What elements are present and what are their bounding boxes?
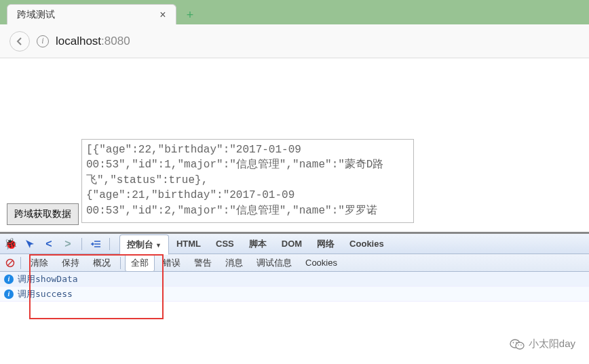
devtools-panel: 🐞 < > 控制台▼ HTML CSS 脚本 DOM 网络 Cookies 清除… — [0, 232, 589, 364]
watermark-text: 小太阳day — [529, 338, 575, 350]
svg-point-3 — [512, 342, 514, 343]
firebug-icon[interactable]: 🐞 — [4, 237, 18, 251]
sub-persist[interactable]: 保持 — [56, 255, 85, 271]
watermark: 小太阳day — [510, 338, 575, 350]
sub-warnings[interactable]: 警告 — [189, 255, 217, 271]
tab-html[interactable]: HTML — [169, 235, 208, 253]
tab-script[interactable]: 脚本 — [242, 234, 274, 254]
chevron-down-icon: ▼ — [155, 242, 162, 249]
wechat-icon — [510, 338, 525, 350]
devtools-tabs: 控制台▼ HTML CSS 脚本 DOM 网络 Cookies — [119, 234, 392, 254]
arrow-left-icon — [15, 37, 24, 46]
sub-cookies[interactable]: Cookies — [300, 256, 343, 270]
step-icon[interactable] — [89, 237, 102, 251]
info-icon: i — [4, 289, 14, 299]
devtools-toolbar: 🐞 < > 控制台▼ HTML CSS 脚本 DOM 网络 Cookies — [0, 234, 589, 254]
clear-console-icon[interactable] — [4, 257, 16, 269]
tab-title: 跨域测试 — [17, 9, 157, 21]
nav-back-icon[interactable]: < — [42, 237, 56, 251]
url-host: localhost — [56, 35, 101, 47]
info-icon: i — [4, 275, 14, 284]
console-subbar: 清除 保持 概况 全部 错误 警告 消息 调试信息 Cookies — [0, 254, 589, 272]
console-output: i 调用showData i 调用success — [0, 272, 589, 302]
tab-console[interactable]: 控制台▼ — [119, 235, 169, 255]
url-display[interactable]: localhost:8080 — [56, 35, 130, 48]
tab-strip: 跨域测试 × + — [0, 0, 589, 24]
response-textarea[interactable] — [81, 139, 414, 223]
close-icon[interactable]: × — [157, 9, 169, 21]
sub-errors[interactable]: 错误 — [157, 255, 186, 271]
address-bar: i localhost:8080 — [0, 24, 589, 58]
tab-net[interactable]: 网络 — [309, 234, 342, 254]
svg-point-5 — [518, 344, 519, 346]
sub-all[interactable]: 全部 — [125, 254, 155, 272]
fetch-data-button[interactable]: 跨域获取数据 — [7, 203, 79, 225]
back-button[interactable] — [10, 31, 30, 52]
console-row[interactable]: i 调用success — [0, 287, 589, 302]
sub-profile[interactable]: 概况 — [88, 255, 116, 271]
textarea-wrap — [81, 139, 414, 225]
sub-debug[interactable]: 调试信息 — [251, 255, 297, 271]
tab-cookies[interactable]: Cookies — [342, 235, 392, 253]
sub-info[interactable]: 消息 — [220, 255, 248, 271]
browser-chrome: 跨域测试 × + i localhost:8080 — [0, 0, 589, 60]
sub-clear[interactable]: 清除 — [25, 255, 54, 271]
separator — [81, 238, 82, 250]
separator — [120, 257, 121, 269]
separator — [20, 257, 21, 269]
tab-css[interactable]: CSS — [208, 235, 242, 253]
separator — [109, 238, 110, 250]
inspect-icon[interactable] — [23, 237, 37, 251]
console-row[interactable]: i 调用showData — [0, 272, 589, 287]
nav-forward-icon[interactable]: > — [61, 237, 75, 251]
tab-dom[interactable]: DOM — [274, 235, 309, 253]
console-message: 调用showData — [18, 273, 78, 285]
browser-tab[interactable]: 跨域测试 × — [7, 4, 176, 24]
svg-point-2 — [516, 342, 524, 349]
svg-point-6 — [520, 344, 522, 346]
svg-point-4 — [516, 342, 517, 343]
url-port: :8080 — [101, 35, 130, 47]
site-info-icon[interactable]: i — [37, 35, 49, 47]
console-message: 调用success — [18, 288, 73, 300]
page-content: 跨域获取数据 — [0, 60, 589, 232]
new-tab-button[interactable]: + — [180, 5, 200, 24]
